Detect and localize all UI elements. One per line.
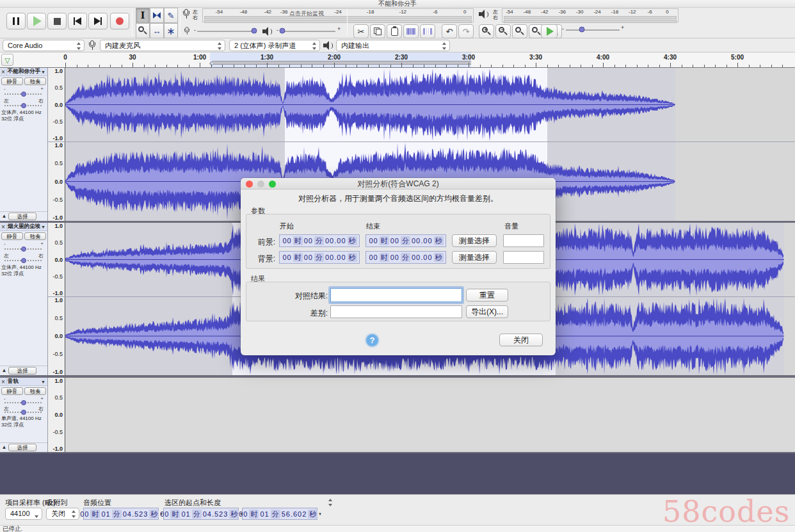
dialog-zoom-traffic-light[interactable] xyxy=(269,181,276,188)
redo-button[interactable]: ↷ xyxy=(458,24,474,38)
close-button[interactable]: 关闭 xyxy=(499,334,543,346)
paste-button[interactable] xyxy=(387,24,402,38)
difference-input[interactable] xyxy=(330,305,462,318)
vertical-scale-ruler[interactable]: 1.00.50.0-0.5-1.0 xyxy=(48,378,65,452)
track3-select-button[interactable]: 选择 xyxy=(8,444,36,451)
meter-tick-label: -54 xyxy=(506,9,513,15)
track3-pan-slider[interactable]: 左右 xyxy=(0,405,47,415)
track-menu-icon[interactable]: ▼ xyxy=(41,70,47,74)
close-track-icon[interactable]: × xyxy=(0,223,7,230)
window-titlebar[interactable]: 不能和你分手 xyxy=(0,0,795,8)
bg-end-timefield[interactable]: 00时 00分 00.00秒 xyxy=(365,251,446,264)
track2-solo-button[interactable]: 独奏 xyxy=(24,232,46,240)
skip-to-start-button[interactable] xyxy=(68,13,87,29)
record-button[interactable] xyxy=(110,13,129,29)
monitor-hint[interactable]: 点击开始监视 xyxy=(289,10,324,18)
timeline-ruler[interactable]: < 0301:001:302:002:303:003:304:004:305:0… xyxy=(0,52,795,68)
playback-volume-slider[interactable] xyxy=(280,26,335,36)
track-menu-icon[interactable]: ▼ xyxy=(41,225,47,229)
input-device-select[interactable]: 内建麦克风 xyxy=(100,40,225,51)
multi-tool-button[interactable]: ∗ xyxy=(164,23,178,38)
silence-audio-button[interactable] xyxy=(420,24,435,38)
track3-title[interactable]: 音轨 xyxy=(7,378,41,385)
dialog-titlebar[interactable]: 对照分析(符合WCAG 2) xyxy=(241,178,556,189)
waveform-channel[interactable] xyxy=(65,378,795,452)
collapse-icon[interactable]: ▲ xyxy=(0,444,8,450)
playback-meter[interactable]: -54-48-42-36-30-24-18-12-60 xyxy=(502,8,679,22)
contrast-result-input[interactable] xyxy=(330,288,462,302)
quick-play-bar[interactable] xyxy=(213,61,471,65)
track1-title[interactable]: 不能和你分手 xyxy=(7,68,41,76)
track2-select-button[interactable]: 选择 xyxy=(8,367,36,375)
track2-pan-slider[interactable]: 左右 xyxy=(0,252,47,264)
dialog-close-traffic-light[interactable] xyxy=(246,181,253,188)
close-track-icon[interactable]: × xyxy=(0,378,7,385)
undo-button[interactable]: ↶ xyxy=(442,24,457,38)
fg-measure-button[interactable]: 测量选择 xyxy=(452,234,497,247)
vertical-scale-ruler[interactable]: 1.00.50.0-0.5-1.0 xyxy=(48,297,65,375)
reset-button[interactable]: 重置 xyxy=(466,289,508,302)
record-meter[interactable]: -54-48-42-36-24-18-12-60 点击开始监视 xyxy=(202,8,474,22)
track-menu-icon[interactable]: ▼ xyxy=(41,380,47,384)
fg-start-timefield[interactable]: 00时 00分 00.00秒 xyxy=(279,234,360,247)
track3-solo-button[interactable]: 独奏 xyxy=(24,387,46,395)
stop-button[interactable] xyxy=(47,13,67,29)
copy-icon xyxy=(374,28,381,35)
audio-position-timefield[interactable]: 00时 01分 04.523秒 ▾ xyxy=(83,508,159,520)
cut-button[interactable]: ✂ xyxy=(353,24,369,38)
help-button[interactable]: ? xyxy=(366,334,378,346)
play-speed-slider[interactable] xyxy=(566,24,620,35)
play-button[interactable] xyxy=(27,13,46,29)
fg-volume-input[interactable] xyxy=(503,234,544,247)
selection-tool-button[interactable]: I xyxy=(136,8,150,23)
track2-mute-button[interactable]: 静音 xyxy=(1,232,23,240)
bg-measure-button[interactable]: 测量选择 xyxy=(452,251,497,264)
pause-button[interactable] xyxy=(6,13,26,29)
window-title: 不能和你分手 xyxy=(378,0,417,7)
track1-solo-button[interactable]: 独奏 xyxy=(24,77,46,85)
envelope-tool-button[interactable] xyxy=(150,8,164,23)
track1-gain-slider[interactable]: -+ xyxy=(0,86,47,97)
collapse-icon[interactable]: ▲ xyxy=(0,213,8,219)
fit-selection-button[interactable] xyxy=(512,24,527,38)
record-volume-slider[interactable] xyxy=(197,26,256,36)
skip-to-end-button[interactable] xyxy=(88,13,108,29)
close-track-icon[interactable]: × xyxy=(0,69,7,76)
track1-pan-slider[interactable]: 左右 xyxy=(0,97,47,109)
selection-length-timefield[interactable]: 00时 01分 56.602秒 ▾ xyxy=(242,508,317,520)
bg-start-timefield[interactable]: 00时 00分 00.00秒 xyxy=(279,251,360,264)
export-button[interactable]: 导出(X)... xyxy=(466,305,508,318)
track2-title[interactable]: 烟火里的尘埃 xyxy=(7,223,41,230)
timeshift-tool-button[interactable]: ↔ xyxy=(150,23,164,38)
snap-to-select[interactable]: 关闭 xyxy=(46,508,79,520)
zoom-out-button[interactable]: − xyxy=(495,24,511,38)
output-device-select[interactable]: 内建输出 xyxy=(336,40,450,51)
vertical-scale-ruler[interactable]: 1.00.50.0-0.5-1.0 xyxy=(48,223,65,296)
field-menu-icon[interactable]: ▾ xyxy=(319,512,321,517)
play-at-speed-button[interactable] xyxy=(541,24,558,38)
draw-tool-button[interactable]: ✎ xyxy=(164,8,178,23)
vertical-scale-ruler[interactable]: 1.00.50.0-0.5-1.0 xyxy=(48,68,65,141)
track3-mute-button[interactable]: 静音 xyxy=(1,387,23,395)
audio-host-select[interactable]: Core Audio xyxy=(3,40,84,51)
selection-mode-updown-icon[interactable] xyxy=(328,499,333,506)
record-channels-select[interactable]: 2 (立体声) 录制声道 xyxy=(229,40,320,51)
fg-end-timefield[interactable]: 00时 00分 00.00秒 xyxy=(365,234,446,247)
bg-volume-input[interactable] xyxy=(503,251,544,264)
zoom-tool-button[interactable] xyxy=(136,23,150,38)
selection-start-timefield[interactable]: 00时 01分 04.523秒 ▾ xyxy=(163,508,239,520)
copy-button[interactable] xyxy=(370,24,385,38)
scale-label: -1.0 xyxy=(52,214,63,221)
project-rate-select[interactable]: 44100 xyxy=(5,508,42,520)
zoom-in-button[interactable]: + xyxy=(479,24,494,38)
track1-mute-button[interactable]: 静音 xyxy=(1,77,23,85)
trim-audio-button[interactable] xyxy=(403,24,419,38)
track2-gain-slider[interactable]: -+ xyxy=(0,241,47,252)
track1-select-button[interactable]: 选择 xyxy=(8,213,36,220)
track3-gain-slider[interactable]: -+ xyxy=(0,396,47,405)
waveform-channel[interactable] xyxy=(65,68,795,141)
timeline-options-button[interactable]: ▽ xyxy=(1,54,13,66)
collapse-icon[interactable]: ▲ xyxy=(0,367,8,373)
vertical-scale-ruler[interactable]: 1.00.50.0-0.5-1.0 xyxy=(48,142,65,221)
dialog-minimize-traffic-light[interactable] xyxy=(257,181,264,188)
